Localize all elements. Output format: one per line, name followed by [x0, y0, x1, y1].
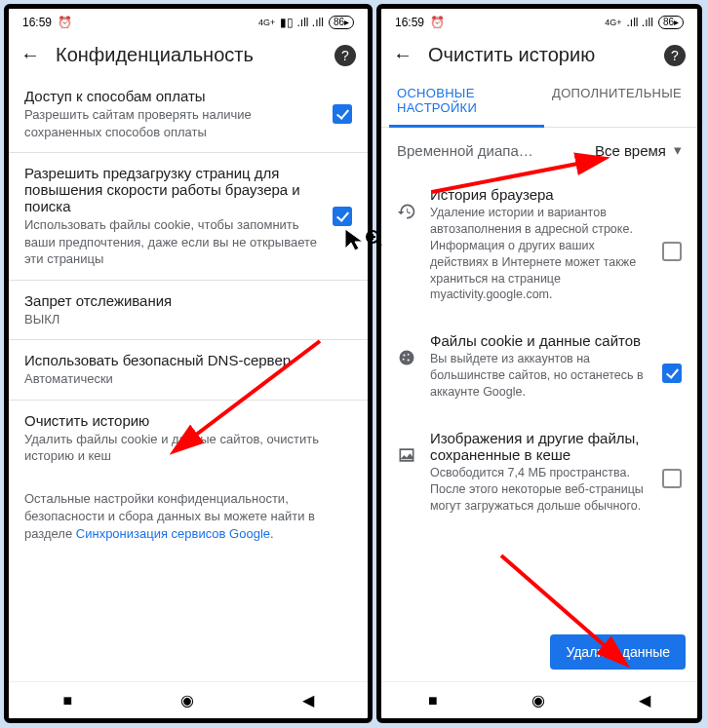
row-secure-dns[interactable]: Использовать безопасный DNS-сервер Автом… — [9, 340, 368, 401]
checkbox[interactable] — [333, 207, 352, 226]
time-range-dropdown[interactable]: Временной диапа… Все время ▾ — [381, 128, 697, 172]
status-time: 16:59 — [22, 16, 52, 29]
nav-home-icon[interactable]: ◉ — [180, 691, 194, 709]
cat-subtitle: Вы выйдете из аккаунтов на большинстве с… — [430, 351, 649, 401]
checkbox[interactable] — [662, 242, 682, 261]
checkbox[interactable] — [662, 469, 682, 488]
battery-indicator: 86▸ — [658, 16, 684, 29]
signal-icon: .ıll .ıll — [627, 16, 653, 29]
footer-note: Остальные настройки конфиденциальности, … — [9, 477, 368, 557]
page-title: Конфиденциальность — [56, 44, 319, 66]
battery-indicator: 86▸ — [329, 16, 354, 29]
cat-title: Файлы cookie и данные сайтов — [430, 332, 649, 349]
nav-recent-icon[interactable]: ■ — [428, 692, 438, 709]
svg-point-0 — [400, 351, 414, 365]
nav-back-icon[interactable]: ◀ — [302, 691, 314, 709]
network-icon: 4G+ — [258, 18, 275, 27]
cat-subtitle: Освободится 7,4 МБ пространства. После э… — [430, 465, 649, 515]
clear-data-categories: История браузера Удаление истории и вари… — [381, 172, 697, 623]
app-bar: ← Очистить историю ? — [381, 36, 697, 76]
chevron-down-icon: ▾ — [674, 141, 682, 159]
row-title: Доступ к способам оплаты — [24, 88, 323, 104]
row-subtitle: Удалить файлы cookie и данные сайтов, оч… — [24, 431, 352, 465]
alarm-icon: ⏰ — [430, 16, 445, 29]
svg-point-3 — [403, 359, 405, 361]
help-icon[interactable]: ? — [334, 45, 356, 66]
tabs: ОСНОВНЫЕ НАСТРОЙКИ ДОПОЛНИТЕЛЬНЫЕ — [381, 76, 697, 128]
row-subtitle: Разрешить сайтам проверять наличие сохра… — [24, 106, 323, 140]
status-bar: 16:59 ⏰ 4G+ .ıll .ıll 86▸ — [381, 9, 697, 36]
row-title: Использовать безопасный DNS-сервер — [24, 352, 352, 368]
help-icon[interactable]: ? — [664, 45, 686, 66]
row-subtitle: Автоматически — [24, 370, 352, 388]
cat-browsing-history[interactable]: История браузера Удаление истории и вари… — [381, 172, 697, 319]
row-subtitle: Использовать файлы cookie, чтобы запомни… — [24, 216, 323, 268]
settings-list: Доступ к способам оплаты Разрешить сайта… — [9, 76, 368, 681]
status-time: 16:59 — [395, 16, 424, 29]
footer: Удалить данные — [381, 623, 697, 681]
cookie-icon — [397, 348, 416, 367]
row-subtitle: ВЫКЛ — [24, 311, 352, 328]
cat-title: История браузера — [430, 186, 649, 203]
row-title: Разрешить предзагрузку страниц для повыш… — [24, 165, 323, 214]
tab-advanced[interactable]: ДОПОЛНИТЕЛЬНЫЕ — [544, 76, 689, 127]
row-payment-access[interactable]: Доступ к способам оплаты Разрешить сайта… — [9, 76, 368, 153]
clear-data-button[interactable]: Удалить данные — [550, 634, 686, 670]
status-bar: 16:59 ⏰ 4G+ ▮▯ .ıll .ıll 86▸ — [9, 9, 368, 36]
network-icon: 4G+ — [605, 18, 621, 27]
checkbox[interactable] — [662, 364, 682, 383]
dropdown-label: Временной диапа… — [397, 142, 533, 159]
history-icon — [397, 202, 416, 221]
cat-subtitle: Удаление истории и вариантов автозаполне… — [430, 205, 649, 303]
nav-home-icon[interactable]: ◉ — [531, 691, 545, 709]
checkbox[interactable] — [333, 104, 352, 124]
svg-point-4 — [408, 360, 410, 362]
app-bar: ← Конфиденциальность ? — [9, 36, 368, 76]
row-do-not-track[interactable]: Запрет отслеживания ВЫКЛ — [9, 281, 368, 341]
svg-point-1 — [403, 355, 405, 357]
page-title: Очистить историю — [428, 44, 649, 66]
alarm-icon: ⏰ — [58, 16, 72, 29]
phone-right: 16:59 ⏰ 4G+ .ıll .ıll 86▸ ← Очистить ист… — [376, 4, 702, 723]
row-title: Очистить историю — [24, 412, 352, 429]
nav-recent-icon[interactable]: ■ — [62, 692, 72, 709]
row-preload-pages[interactable]: Разрешить предзагрузку страниц для повыш… — [9, 153, 368, 281]
android-nav-bar: ■ ◉ ◀ — [9, 681, 368, 718]
cat-cached-images[interactable]: Изображения и другие файлы, сохраненные … — [381, 416, 697, 530]
back-icon[interactable]: ← — [393, 44, 413, 66]
android-nav-bar: ■ ◉ ◀ — [381, 681, 697, 718]
back-icon[interactable]: ← — [20, 44, 40, 66]
tab-basic[interactable]: ОСНОВНЫЕ НАСТРОЙКИ — [389, 76, 544, 128]
signal-icon: ▮▯ .ıll .ıll — [280, 16, 324, 29]
image-icon — [397, 445, 416, 465]
cat-cookies[interactable]: Файлы cookie и данные сайтов Вы выйдете … — [381, 319, 697, 416]
phone-left: 16:59 ⏰ 4G+ ▮▯ .ıll .ıll 86▸ ← Конфиденц… — [4, 4, 373, 723]
sync-services-link[interactable]: Синхронизация сервисов Google — [76, 526, 270, 541]
nav-back-icon[interactable]: ◀ — [639, 691, 650, 709]
row-clear-browsing-data[interactable]: Очистить историю Удалить файлы cookie и … — [9, 401, 368, 477]
dropdown-value: Все время — [595, 142, 666, 159]
row-title: Запрет отслеживания — [24, 292, 352, 309]
cat-title: Изображения и другие файлы, сохраненные … — [430, 430, 649, 463]
svg-point-2 — [408, 354, 410, 356]
